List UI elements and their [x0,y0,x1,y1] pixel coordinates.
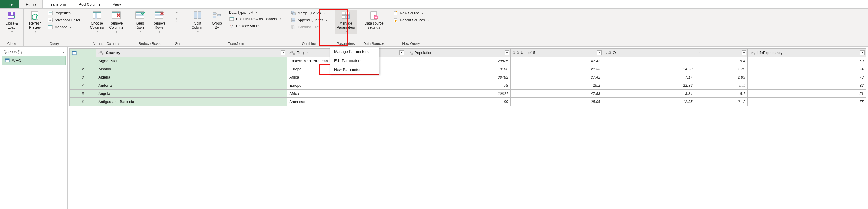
cell-country[interactable]: Antigua and Barbuda [96,98,287,106]
cell-under15[interactable]: 21.33 [511,65,603,73]
properties-button[interactable]: Properties [46,10,82,16]
sort-asc-button[interactable]: AZ [174,10,183,16]
cell-col5[interactable]: 3.84 [603,90,695,98]
col-under15[interactable]: 1.2Under15 ▾ [511,49,603,57]
table-row[interactable]: 2AlbaniaEurope316221.3314.931.7574 [70,65,866,73]
advanced-editor-button[interactable]: </> Advanced Editor [46,17,82,23]
cell-col6[interactable]: 6.1 [695,90,747,98]
first-row-headers-button[interactable]: Use First Row as Headers [227,16,283,22]
cell-life[interactable]: 74 [747,65,866,73]
cell-col5[interactable]: 22.86 [603,82,695,90]
tab-view[interactable]: View [106,0,127,8]
manage-parameters-button[interactable]: Manage Parameters [335,10,356,34]
cell-life[interactable]: 73 [747,73,866,82]
cell-country[interactable]: Afghanistan [96,57,287,65]
cell-under15[interactable]: 27.42 [511,73,603,82]
cell-under15[interactable]: 47.42 [511,57,603,65]
group-transform: Split Column Group By Data Type: Text Us… [186,9,286,47]
col-under15-filter[interactable]: ▾ [597,51,601,55]
manage-button[interactable]: Manage [46,24,82,30]
cell-population[interactable]: 89 [405,98,511,106]
cell-country[interactable]: Andorra [96,82,287,90]
keep-rows-button[interactable]: Keep Rows [131,10,149,34]
cell-region[interactable]: Africa [287,90,405,98]
col-partial-6[interactable]: te ▾ [695,49,747,57]
cell-col6[interactable]: 5.4 [695,57,747,65]
tab-file[interactable]: File [0,0,19,8]
cell-region[interactable]: Americas [287,98,405,106]
append-queries-button[interactable]: Append Queries [289,17,329,23]
split-column-button[interactable]: Split Column [189,10,206,34]
cell-region[interactable]: Europe [287,82,405,90]
queries-collapse-icon[interactable]: ‹ [62,49,64,54]
combine-files-button[interactable]: Combine Files [289,24,329,30]
cell-life[interactable]: 60 [747,57,866,65]
dropdown-manage-parameters[interactable]: Manage Parameters [330,47,379,56]
col-population[interactable]: 123Population ▾ [405,49,511,57]
svg-rect-45 [346,16,350,19]
dropdown-edit-parameters[interactable]: Edit Parameters [330,56,379,65]
close-and-load-button[interactable]: Close & Load [3,10,21,34]
cell-country[interactable]: Angola [96,90,287,98]
row-number[interactable]: 3 [70,73,96,82]
table-row[interactable]: 6Antigua and BarbudaAmericas8925.9612.35… [70,98,866,106]
merge-queries-button[interactable]: Merge Queries [289,10,329,16]
recent-sources-button[interactable]: Recent Sources [392,17,431,23]
svg-rect-42 [342,12,346,14]
cell-under15[interactable]: 15.2 [511,82,603,90]
table-row[interactable]: 4AndorraEurope7815.222.86null82 [70,82,866,90]
tab-transform[interactable]: Transform [42,0,73,8]
refresh-preview-button[interactable]: Refresh Preview [27,10,44,34]
col-life[interactable]: 123LifeExpectancy ▾ [747,49,866,57]
col-region-filter[interactable]: ▾ [399,51,404,55]
table-row[interactable]: 5AngolaAfrica2082147.583.846.151 [70,90,866,98]
tab-home[interactable]: Home [19,0,42,8]
table-row[interactable]: 1AfghanistanEastern Mediterranean2982547… [70,57,866,65]
cell-col5[interactable] [603,57,695,65]
cell-population[interactable]: 78 [405,82,511,90]
cell-col6[interactable]: 2.12 [695,98,747,106]
remove-rows-button[interactable]: Remove Rows [150,10,168,34]
cell-population[interactable]: 38482 [405,73,511,82]
cell-col5[interactable]: 12.35 [603,98,695,106]
cell-col6[interactable]: 1.75 [695,65,747,73]
col-population-filter[interactable]: ▾ [505,51,509,55]
remove-columns-button[interactable]: Remove Columns [107,10,125,34]
data-source-settings-button[interactable]: Data source settings [363,10,385,30]
col-partial-6-filter[interactable]: ▾ [742,51,746,55]
row-number[interactable]: 1 [70,57,96,65]
dropdown-new-parameter[interactable]: New Parameter [330,65,379,74]
sort-desc-button[interactable]: ZA [174,17,183,23]
cell-country[interactable]: Algeria [96,73,287,82]
cell-life[interactable]: 75 [747,98,866,106]
cell-col6[interactable]: 2.83 [695,73,747,82]
cell-col6[interactable]: null [695,82,747,90]
cell-population[interactable]: 20821 [405,90,511,98]
cell-country[interactable]: Albania [96,65,287,73]
query-item-who[interactable]: WHO [2,56,66,65]
data-type-button[interactable]: Data Type: Text [227,10,283,15]
row-number[interactable]: 2 [70,65,96,73]
cell-population[interactable]: 3162 [405,65,511,73]
rownum-header[interactable] [70,49,96,57]
table-row[interactable]: 3AlgeriaAfrica3848227.427.172.8373 [70,73,866,82]
replace-values-button[interactable]: 12 Replace Values [227,23,283,29]
cell-life[interactable]: 51 [747,90,866,98]
col-country-filter[interactable]: ▾ [281,51,285,55]
cell-under15[interactable]: 25.96 [511,98,603,106]
cell-population[interactable]: 29825 [405,57,511,65]
col-life-filter[interactable]: ▾ [860,51,865,55]
row-number[interactable]: 5 [70,90,96,98]
cell-under15[interactable]: 47.58 [511,90,603,98]
choose-columns-button[interactable]: Choose Columns [88,10,106,34]
col-country[interactable]: ABCCountry ▾ [96,49,287,57]
cell-col5[interactable]: 14.93 [603,65,695,73]
group-by-button[interactable]: Group By [208,10,226,30]
row-number[interactable]: 4 [70,82,96,90]
new-source-button[interactable]: New Source [392,10,431,16]
row-number[interactable]: 6 [70,98,96,106]
tab-addcolumn[interactable]: Add Column [72,0,106,8]
cell-life[interactable]: 82 [747,82,866,90]
col-partial-5[interactable]: 1.2O [603,49,695,57]
cell-col5[interactable]: 7.17 [603,73,695,82]
